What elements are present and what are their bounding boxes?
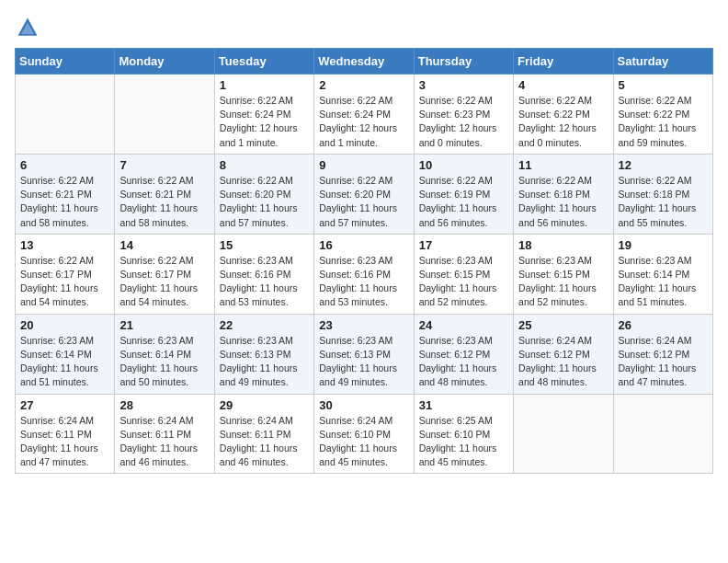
calendar-week-row: 13Sunrise: 6:22 AMSunset: 6:17 PMDayligh… [16,234,713,314]
weekday-header-monday: Monday [115,49,214,75]
day-number: 3 [419,78,508,92]
day-number: 19 [619,238,708,252]
calendar-cell: 8Sunrise: 6:22 AMSunset: 6:20 PMDaylight… [214,154,313,234]
calendar-cell: 29Sunrise: 6:24 AMSunset: 6:11 PMDayligh… [214,394,313,474]
day-info: Sunrise: 6:23 AMSunset: 6:15 PMDaylight:… [419,254,508,310]
day-info: Sunrise: 6:22 AMSunset: 6:24 PMDaylight:… [319,94,408,150]
day-info: Sunrise: 6:24 AMSunset: 6:10 PMDaylight:… [319,414,408,470]
weekday-header-wednesday: Wednesday [314,49,414,75]
day-number: 25 [518,318,608,332]
day-info: Sunrise: 6:24 AMSunset: 6:11 PMDaylight:… [20,414,109,470]
day-number: 28 [119,398,209,412]
day-number: 16 [319,238,408,252]
calendar-cell: 16Sunrise: 6:23 AMSunset: 6:16 PMDayligh… [314,234,414,314]
day-number: 23 [319,318,408,332]
calendar-cell: 9Sunrise: 6:22 AMSunset: 6:20 PMDaylight… [314,154,414,234]
calendar-cell: 19Sunrise: 6:23 AMSunset: 6:14 PMDayligh… [613,234,712,314]
calendar-cell: 30Sunrise: 6:24 AMSunset: 6:10 PMDayligh… [314,394,414,474]
calendar-cell [115,75,214,155]
day-number: 18 [518,238,608,252]
calendar-cell: 18Sunrise: 6:23 AMSunset: 6:15 PMDayligh… [514,234,613,314]
day-number: 5 [619,78,708,92]
day-number: 12 [619,158,708,172]
day-info: Sunrise: 6:23 AMSunset: 6:13 PMDaylight:… [220,334,309,390]
weekday-header-saturday: Saturday [613,49,712,75]
calendar-cell: 27Sunrise: 6:24 AMSunset: 6:11 PMDayligh… [16,394,115,474]
day-number: 21 [119,318,209,332]
calendar-table: SundayMondayTuesdayWednesdayThursdayFrid… [15,48,713,474]
day-info: Sunrise: 6:24 AMSunset: 6:12 PMDaylight:… [518,334,608,390]
calendar-cell: 7Sunrise: 6:22 AMSunset: 6:21 PMDaylight… [115,154,214,234]
calendar-cell: 20Sunrise: 6:23 AMSunset: 6:14 PMDayligh… [16,314,115,394]
logo [15,15,44,40]
logo-icon [15,15,40,40]
day-info: Sunrise: 6:22 AMSunset: 6:24 PMDaylight:… [220,94,309,150]
day-info: Sunrise: 6:22 AMSunset: 6:20 PMDaylight:… [319,174,408,230]
day-number: 9 [319,158,408,172]
calendar-cell: 31Sunrise: 6:25 AMSunset: 6:10 PMDayligh… [414,394,513,474]
day-info: Sunrise: 6:22 AMSunset: 6:19 PMDaylight:… [419,174,508,230]
calendar-cell: 10Sunrise: 6:22 AMSunset: 6:19 PMDayligh… [414,154,513,234]
day-number: 29 [220,398,309,412]
calendar-cell: 28Sunrise: 6:24 AMSunset: 6:11 PMDayligh… [115,394,214,474]
calendar-cell: 25Sunrise: 6:24 AMSunset: 6:12 PMDayligh… [514,314,613,394]
day-info: Sunrise: 6:24 AMSunset: 6:11 PMDaylight:… [220,414,309,470]
day-number: 20 [20,318,109,332]
calendar-cell [613,394,712,474]
day-info: Sunrise: 6:23 AMSunset: 6:15 PMDaylight:… [518,254,608,310]
day-number: 11 [518,158,608,172]
calendar-cell: 4Sunrise: 6:22 AMSunset: 6:22 PMDaylight… [514,75,613,155]
day-info: Sunrise: 6:23 AMSunset: 6:14 PMDaylight:… [20,334,109,390]
day-number: 15 [220,238,309,252]
page-header [15,15,713,40]
day-number: 26 [619,318,708,332]
day-info: Sunrise: 6:22 AMSunset: 6:18 PMDaylight:… [619,174,708,230]
day-info: Sunrise: 6:22 AMSunset: 6:20 PMDaylight:… [220,174,309,230]
day-info: Sunrise: 6:22 AMSunset: 6:23 PMDaylight:… [419,94,508,150]
day-number: 13 [20,238,109,252]
day-info: Sunrise: 6:23 AMSunset: 6:14 PMDaylight:… [119,334,209,390]
calendar-cell: 2Sunrise: 6:22 AMSunset: 6:24 PMDaylight… [314,75,414,155]
day-number: 22 [220,318,309,332]
day-info: Sunrise: 6:22 AMSunset: 6:17 PMDaylight:… [20,254,109,310]
day-info: Sunrise: 6:22 AMSunset: 6:21 PMDaylight:… [119,174,209,230]
calendar-cell: 12Sunrise: 6:22 AMSunset: 6:18 PMDayligh… [613,154,712,234]
day-info: Sunrise: 6:24 AMSunset: 6:11 PMDaylight:… [119,414,209,470]
weekday-header-tuesday: Tuesday [214,49,313,75]
day-info: Sunrise: 6:23 AMSunset: 6:16 PMDaylight:… [319,254,408,310]
calendar-cell: 6Sunrise: 6:22 AMSunset: 6:21 PMDaylight… [16,154,115,234]
day-number: 10 [419,158,508,172]
calendar-cell: 17Sunrise: 6:23 AMSunset: 6:15 PMDayligh… [414,234,513,314]
calendar-cell: 23Sunrise: 6:23 AMSunset: 6:13 PMDayligh… [314,314,414,394]
day-info: Sunrise: 6:25 AMSunset: 6:10 PMDaylight:… [419,414,508,470]
calendar-cell [514,394,613,474]
calendar-cell: 1Sunrise: 6:22 AMSunset: 6:24 PMDaylight… [214,75,313,155]
weekday-header-thursday: Thursday [414,49,513,75]
day-info: Sunrise: 6:23 AMSunset: 6:16 PMDaylight:… [220,254,309,310]
calendar-week-row: 6Sunrise: 6:22 AMSunset: 6:21 PMDaylight… [16,154,713,234]
day-number: 14 [119,238,209,252]
weekday-header-row: SundayMondayTuesdayWednesdayThursdayFrid… [16,49,713,75]
day-info: Sunrise: 6:24 AMSunset: 6:12 PMDaylight:… [619,334,708,390]
day-number: 31 [419,398,508,412]
calendar-cell: 21Sunrise: 6:23 AMSunset: 6:14 PMDayligh… [115,314,214,394]
weekday-header-sunday: Sunday [16,49,115,75]
day-number: 7 [119,158,209,172]
day-info: Sunrise: 6:22 AMSunset: 6:22 PMDaylight:… [619,94,708,150]
day-number: 17 [419,238,508,252]
calendar-cell: 14Sunrise: 6:22 AMSunset: 6:17 PMDayligh… [115,234,214,314]
calendar-cell: 22Sunrise: 6:23 AMSunset: 6:13 PMDayligh… [214,314,313,394]
day-number: 2 [319,78,408,92]
day-number: 8 [220,158,309,172]
day-info: Sunrise: 6:23 AMSunset: 6:13 PMDaylight:… [319,334,408,390]
weekday-header-friday: Friday [514,49,613,75]
calendar-week-row: 20Sunrise: 6:23 AMSunset: 6:14 PMDayligh… [16,314,713,394]
calendar-cell: 3Sunrise: 6:22 AMSunset: 6:23 PMDaylight… [414,75,513,155]
calendar-cell: 24Sunrise: 6:23 AMSunset: 6:12 PMDayligh… [414,314,513,394]
day-number: 1 [220,78,309,92]
calendar-cell: 13Sunrise: 6:22 AMSunset: 6:17 PMDayligh… [16,234,115,314]
day-info: Sunrise: 6:22 AMSunset: 6:18 PMDaylight:… [518,174,608,230]
calendar-week-row: 1Sunrise: 6:22 AMSunset: 6:24 PMDaylight… [16,75,713,155]
calendar-cell: 5Sunrise: 6:22 AMSunset: 6:22 PMDaylight… [613,75,712,155]
calendar-cell: 26Sunrise: 6:24 AMSunset: 6:12 PMDayligh… [613,314,712,394]
